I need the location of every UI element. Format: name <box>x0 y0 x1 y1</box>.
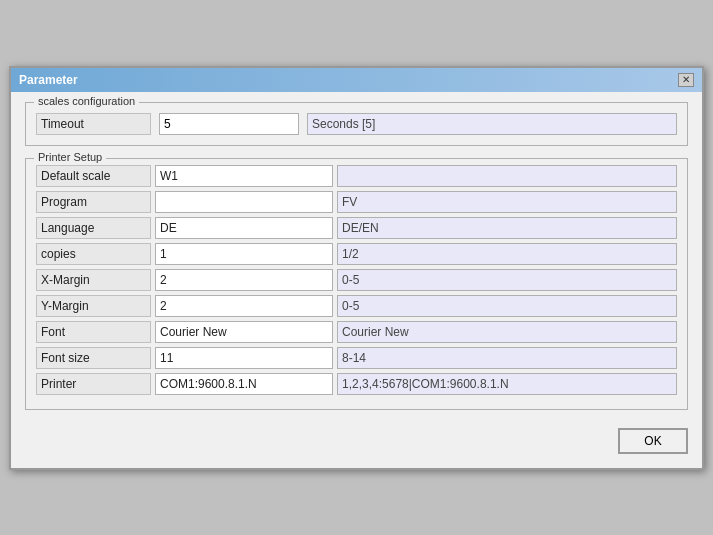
field-input[interactable] <box>155 191 333 213</box>
dialog-body: scales configuration Timeout Seconds [5]… <box>11 92 702 468</box>
title-bar: Parameter ✕ <box>11 68 702 92</box>
timeout-input[interactable] <box>159 113 299 135</box>
ok-button[interactable]: OK <box>618 428 688 454</box>
field-label: Printer <box>36 373 151 395</box>
field-input[interactable] <box>155 217 333 239</box>
field-input[interactable] <box>155 321 333 343</box>
field-input[interactable] <box>155 347 333 369</box>
field-label: Program <box>36 191 151 213</box>
parameter-dialog: Parameter ✕ scales configuration Timeout… <box>9 66 704 470</box>
field-hint: 0-5 <box>337 269 677 291</box>
printer-setup-legend: Printer Setup <box>34 151 106 163</box>
field-input[interactable] <box>155 243 333 265</box>
printer-row: Printer1,2,3,4:5678|COM1:9600.8.1.N <box>36 373 677 395</box>
dialog-title: Parameter <box>19 73 78 87</box>
field-input[interactable] <box>155 269 333 291</box>
field-input[interactable] <box>155 165 333 187</box>
timeout-label: Timeout <box>36 113 151 135</box>
field-input[interactable] <box>155 295 333 317</box>
printer-row: ProgramFV <box>36 191 677 213</box>
field-hint <box>337 165 677 187</box>
printer-row: Default scale <box>36 165 677 187</box>
field-label: copies <box>36 243 151 265</box>
printer-row: FontCourier New <box>36 321 677 343</box>
field-hint: 0-5 <box>337 295 677 317</box>
scales-config-legend: scales configuration <box>34 95 139 107</box>
field-hint: 1/2 <box>337 243 677 265</box>
printer-row: Font size8-14 <box>36 347 677 369</box>
printer-row: copies1/2 <box>36 243 677 265</box>
close-button[interactable]: ✕ <box>678 73 694 87</box>
field-label: Font <box>36 321 151 343</box>
field-hint: Courier New <box>337 321 677 343</box>
printer-row: LanguageDE/EN <box>36 217 677 239</box>
printer-row: X-Margin0-5 <box>36 269 677 291</box>
printer-row: Y-Margin0-5 <box>36 295 677 317</box>
field-label: Language <box>36 217 151 239</box>
scales-config-row: Timeout Seconds [5] <box>36 113 677 135</box>
field-hint: DE/EN <box>337 217 677 239</box>
field-label: Default scale <box>36 165 151 187</box>
scales-config-group: scales configuration Timeout Seconds [5] <box>25 102 688 146</box>
field-hint: 8-14 <box>337 347 677 369</box>
printer-setup-group: Printer Setup Default scaleProgramFVLang… <box>25 158 688 410</box>
printer-rows-container: Default scaleProgramFVLanguageDE/ENcopie… <box>36 165 677 395</box>
field-input[interactable] <box>155 373 333 395</box>
field-label: Font size <box>36 347 151 369</box>
field-label: X-Margin <box>36 269 151 291</box>
field-hint: FV <box>337 191 677 213</box>
button-row: OK <box>25 422 688 458</box>
field-label: Y-Margin <box>36 295 151 317</box>
timeout-hint: Seconds [5] <box>307 113 677 135</box>
field-hint: 1,2,3,4:5678|COM1:9600.8.1.N <box>337 373 677 395</box>
